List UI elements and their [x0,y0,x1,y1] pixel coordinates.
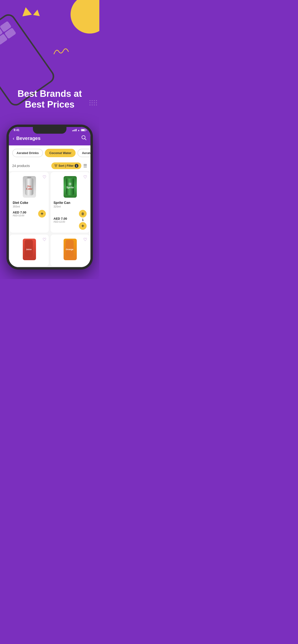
filter-right: Sort | Filter 1 ☰ [51,162,87,169]
favorite-icon-sprite[interactable]: ♡ [83,174,87,180]
price-original-diet-coke: AED 12.00 [13,214,26,217]
signal-bar-4 [76,129,77,131]
time-display: 9:41 [14,128,20,132]
favorite-icon-juice[interactable]: ♡ [43,237,46,242]
signal-bar-1 [72,130,73,131]
phone-notch [33,127,66,134]
price-current-diet-coke: AED 7.00 [13,210,26,214]
filter-bar: 24 products Sort | Filter 1 ☰ [9,160,90,171]
status-right: ▲ [72,129,86,132]
product-image-orange-juice: Orange [54,238,87,262]
add-button-diet-coke[interactable]: + [38,210,46,218]
phone-section: 9:41 ▲ ‹ Bev [0,124,99,279]
sprite-image: Sprite ★ [64,176,77,198]
signal-bar-3 [75,130,75,131]
product-image-sprite: Sprite ★ [54,175,87,199]
sort-filter-label: Sort | Filter [59,164,74,168]
diet-coke-image: Diet Coke [23,176,36,198]
header-left: ‹ Beverages [13,136,41,141]
signal-bars [72,129,77,131]
add-button-sprite[interactable]: + [79,222,87,230]
svg-text:Coke: Coke [26,187,32,190]
quantity-sprite: 1 [82,218,83,222]
triangle-2 [33,9,41,16]
product-name-sprite: Sprite Can [54,201,87,204]
price-block-diet-coke: AED 7.00 AED 12.00 [13,210,26,217]
list-view-button[interactable]: ☰ [83,163,87,168]
app-header: ‹ Beverages [9,133,90,146]
svg-text:Juice: Juice [26,248,32,250]
hero-title: Best Brands at [18,89,82,99]
yellow-circle-decoration [71,0,99,34]
product-volume-sprite: 325ml [54,205,87,208]
hero-text: Best Brands at Best Prices [0,88,99,110]
product-price-row-sprite: AED 7.00 AED 12.00 🗑 1 + [54,210,87,230]
product-name-diet-coke: Diet Coke [13,201,46,204]
svg-rect-17 [68,177,72,178]
trash-icon: 🗑 [81,212,84,216]
product-card-sprite: ♡ [51,172,89,233]
triangle-1 [21,6,32,16]
favorite-icon-diet-coke[interactable]: ♡ [43,174,46,180]
phone-mockup: 9:41 ▲ ‹ Bev [7,124,93,270]
svg-text:Sprite: Sprite [66,186,74,189]
category-chip-coconut-water[interactable]: Coconut Water [45,149,76,157]
product-card-juice: ♡ Juice [10,234,49,266]
product-card-diet-coke: ♡ [10,172,49,233]
squiggle-decoration [53,47,70,57]
favorite-icon-orange-juice[interactable]: ♡ [83,237,87,242]
signal-bar-2 [73,130,74,131]
product-volume-diet-coke: 355ml [13,205,46,208]
category-chip-aerated-drinks[interactable]: Aerated Drinks [12,149,43,157]
product-card-orange-juice: ♡ Orange [51,234,89,266]
search-icon[interactable] [81,135,87,142]
svg-line-1 [85,138,86,140]
price-original-sprite: AED 12.00 [54,220,67,223]
triangle-decoration [22,7,40,16]
svg-text:Orange: Orange [66,248,73,250]
hero-subtitle: Best Prices [25,100,74,110]
juice-image: Juice [23,238,36,260]
battery-fill [81,130,85,131]
wifi-icon: ▲ [77,129,80,132]
product-image-diet-coke: Diet Coke [13,175,46,199]
page-wrapper: Best Brands at Best Prices 9:41 [0,0,99,279]
product-image-juice: Juice [13,238,46,262]
page-title: Beverages [16,136,41,141]
filter-badge: 1 [75,164,78,168]
hero-section: Best Brands at Best Prices [0,0,99,124]
category-chip-aerated[interactable]: Aerated [77,149,90,157]
category-scroll[interactable]: Aerated Drinks Coconut Water Aerated [9,146,90,160]
trash-button-sprite[interactable]: 🗑 [79,210,87,218]
cart-controls-sprite: 🗑 1 + [79,210,87,230]
svg-rect-10 [27,177,31,178]
content-area: Aerated Drinks Coconut Water Aerated 24 … [9,146,90,267]
price-current-sprite: AED 7.00 [54,217,67,220]
products-count: 24 products [12,164,30,168]
svg-text:★: ★ [69,183,71,185]
product-price-row-diet-coke: AED 7.00 AED 12.00 + [13,210,46,218]
price-block-sprite: AED 7.00 AED 12.00 [54,217,67,223]
products-grid: ♡ [9,171,90,267]
dots-decoration [89,100,97,106]
battery-icon [81,129,86,131]
back-button[interactable]: ‹ [13,136,14,141]
orange-juice-image: Orange [64,238,77,260]
sort-filter-button[interactable]: Sort | Filter 1 [51,162,81,169]
